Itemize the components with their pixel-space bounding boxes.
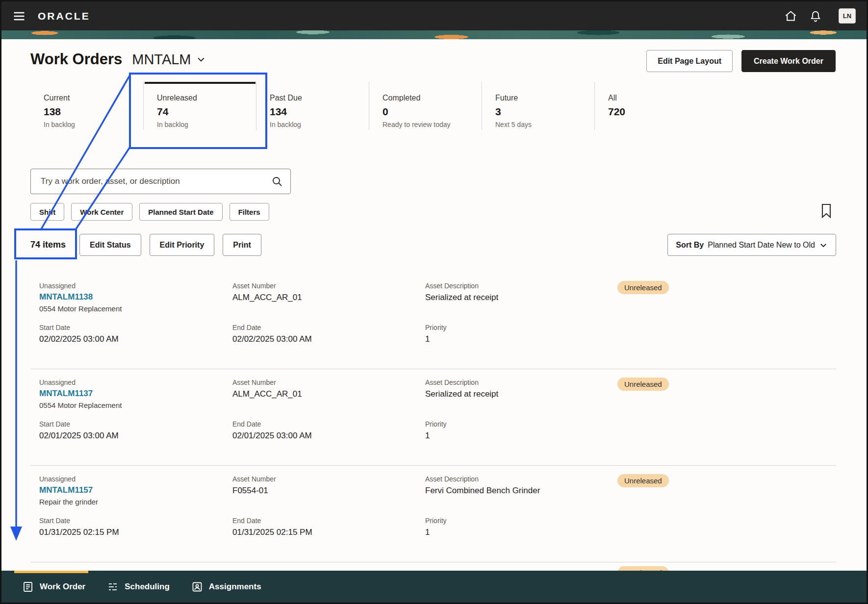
status-badge: Unreleased — [617, 281, 669, 294]
field-value: 1 — [425, 430, 617, 442]
tab-unreleased[interactable]: Unreleased 74 In backlog — [143, 82, 256, 130]
field-label: Start Date — [39, 419, 232, 429]
bottom-nav: Work Order Scheduling Assignments — [1, 571, 867, 603]
hamburger-icon — [12, 9, 26, 23]
chip-shift[interactable]: Shift — [30, 203, 64, 221]
field-label: Asset Description — [425, 281, 617, 291]
edit-priority-button[interactable]: Edit Priority — [150, 234, 215, 256]
nav-item-work-order[interactable]: Work Order — [11, 571, 96, 603]
org-context-value: MNTALM — [132, 51, 191, 68]
assignments-icon — [191, 581, 203, 593]
tab-current[interactable]: Current 138 In backlog — [30, 82, 143, 130]
field-value: 1 — [425, 527, 617, 538]
hamburger-menu-button[interactable] — [12, 9, 26, 23]
sort-by-value: Planned Start Date New to Old — [708, 241, 815, 250]
assignment-text: Unassigned — [39, 281, 232, 291]
field-value: 02/02/2025 03:00 AM — [232, 333, 425, 345]
priority-field: Priority 1 — [425, 419, 617, 442]
oracle-logo: ORACLE — [38, 10, 90, 22]
field-label: End Date — [232, 323, 425, 332]
home-button[interactable] — [784, 9, 797, 23]
notifications-button[interactable] — [809, 10, 822, 23]
tab-count: 138 — [44, 106, 143, 118]
decorative-banner — [1, 30, 867, 39]
edit-page-layout-button[interactable]: Edit Page Layout — [646, 50, 733, 72]
work-order-link[interactable]: MNTALM1138 — [39, 291, 93, 303]
scheduling-icon — [107, 581, 119, 593]
tab-subtext: In backlog — [44, 121, 143, 128]
start-date-field: Start Date 01/31/2025 02:15 PM — [39, 516, 232, 538]
chip-planned-start-date[interactable]: Planned Start Date — [139, 203, 222, 221]
sort-by-label: Sort By — [676, 241, 704, 250]
end-date-field: End Date 02/02/2025 03:00 AM — [232, 323, 425, 345]
bookmark-button[interactable] — [820, 203, 832, 220]
tab-count: 0 — [383, 106, 482, 118]
edit-status-button[interactable]: Edit Status — [79, 234, 141, 256]
field-value: F0554-01 — [232, 485, 425, 497]
work-order-row: Unassigned MNTALM1157 Repair the grinder… — [30, 466, 836, 562]
tab-subtext: Next 5 days — [495, 121, 594, 128]
field-label: Asset Number — [232, 474, 425, 484]
tab-label: All — [608, 94, 707, 102]
nav-item-assignments[interactable]: Assignments — [180, 571, 272, 603]
status-badge: Unreleased — [617, 378, 669, 391]
bookmark-icon — [820, 203, 832, 218]
search-container — [30, 169, 291, 194]
tab-completed[interactable]: Completed 0 Ready to review today — [369, 82, 482, 130]
field-label: Asset Number — [232, 281, 425, 291]
tab-subtext: In backlog — [157, 121, 256, 128]
field-label: Priority — [425, 323, 617, 332]
field-label: Asset Description — [425, 474, 617, 484]
tab-future[interactable]: Future 3 Next 5 days — [482, 82, 594, 130]
items-count: 74 items — [30, 240, 66, 250]
work-order-link[interactable]: MNTALM1137 — [39, 387, 93, 400]
priority-field: Priority 1 — [425, 516, 617, 538]
org-context-dropdown[interactable]: MNTALM — [132, 51, 205, 68]
assignment-text: Unassigned — [39, 474, 232, 484]
start-date-field: Start Date 02/01/2025 03:00 AM — [39, 419, 232, 442]
asset-number-field: Asset Number F0554-01 — [232, 474, 425, 507]
app-window: ORACLE LN Work Orders MNTALM Edit Page L… — [0, 0, 868, 604]
field-label: Start Date — [39, 516, 232, 526]
chevron-down-icon — [819, 241, 828, 250]
field-value: 01/31/2025 02:15 PM — [232, 527, 425, 538]
status-cell: Unreleased — [617, 281, 836, 314]
tab-count: 134 — [270, 106, 369, 118]
nav-item-label: Assignments — [209, 582, 261, 592]
field-value: 02/01/2025 03:00 AM — [232, 430, 425, 442]
work-order-link[interactable]: MNTALM1157 — [39, 484, 93, 497]
header-actions: Edit Page Layout Create Work Order — [646, 50, 836, 72]
tab-subtext: In backlog — [270, 121, 369, 128]
field-value: Serialized at receipt — [425, 292, 617, 303]
nav-item-scheduling[interactable]: Scheduling — [96, 571, 180, 603]
print-button[interactable]: Print — [223, 234, 261, 256]
tab-label: Past Due — [270, 94, 369, 102]
tab-all[interactable]: All 720 — [594, 82, 707, 130]
nav-item-label: Scheduling — [125, 582, 170, 592]
field-label: Priority — [425, 516, 617, 526]
create-work-order-button[interactable]: Create Work Order — [741, 50, 836, 72]
nav-item-label: Work Order — [40, 582, 85, 592]
field-label: Asset Description — [425, 378, 617, 387]
chevron-down-icon — [196, 54, 206, 64]
search-input[interactable] — [30, 169, 291, 194]
status-tabs: Current 138 In backlog Unreleased 74 In … — [30, 82, 707, 130]
sort-by-dropdown[interactable]: Sort By Planned Start Date New to Old — [667, 234, 836, 256]
tab-label: Current — [44, 94, 143, 102]
priority-field: Priority 1 — [425, 323, 617, 345]
work-order-main: Unassigned MNTALM1138 0554 Motor Replace… — [39, 281, 232, 314]
chip-filters[interactable]: Filters — [230, 203, 269, 221]
home-icon — [784, 9, 797, 23]
start-date-field: Start Date 02/02/2025 03:00 AM — [39, 323, 232, 345]
asset-description-field: Asset Description Serialized at receipt — [425, 281, 617, 314]
work-order-row: Unassigned MNTALM1138 0554 Motor Replace… — [30, 273, 836, 369]
chip-work-center[interactable]: Work Center — [71, 203, 132, 221]
work-order-summary: Repair the grinder — [39, 497, 232, 507]
asset-number-field: Asset Number ALM_ACC_AR_01 — [232, 281, 425, 314]
annotation-arrow-head — [10, 527, 22, 541]
tab-count: 74 — [157, 106, 256, 118]
tab-past-due[interactable]: Past Due 134 In backlog — [256, 82, 369, 130]
field-value: Serialized at receipt — [425, 388, 617, 400]
field-label: Start Date — [39, 323, 232, 332]
user-avatar[interactable]: LN — [839, 8, 856, 24]
